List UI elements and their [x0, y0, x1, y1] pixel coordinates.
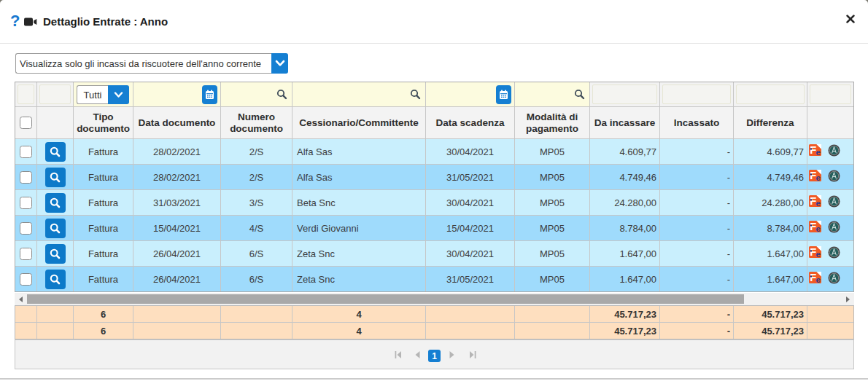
svg-text:e: e [815, 275, 820, 283]
svg-text:e: e [815, 173, 820, 181]
svg-text:e: e [815, 148, 820, 156]
svg-text:e: e [815, 199, 820, 207]
svg-text:e: e [815, 250, 820, 258]
svg-text:e: e [815, 224, 820, 232]
